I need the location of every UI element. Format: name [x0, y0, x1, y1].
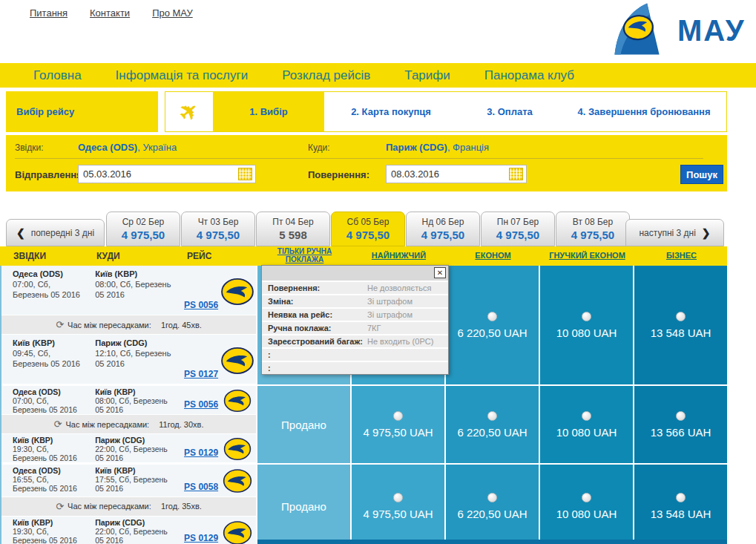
- date-tab-wed-02[interactable]: Ср 02 Бер4 975,50: [106, 212, 180, 246]
- date-tab-mon-07[interactable]: Пн 07 Бер4 975,50: [481, 212, 555, 246]
- airline-logo-icon: [218, 436, 256, 462]
- main-nav: Головна Інформація та послуги Розклад ре…: [0, 63, 756, 88]
- fare-cell-lowest[interactable]: 4 975,50 UAH: [352, 465, 446, 544]
- close-icon[interactable]: ✕: [434, 267, 446, 278]
- popup-row: Зміна:Зі штрафом: [262, 294, 448, 307]
- flight-number-link[interactable]: PS 0058: [184, 482, 218, 493]
- layover-row: ⟳ Час між пересадками: 1год. 45хв.: [1, 315, 256, 335]
- fare-cell-sold-out: Продано: [257, 465, 352, 544]
- fare-cell-economy[interactable]: 6 220,50 UAH: [446, 465, 540, 544]
- col-to-header: КУДИ: [96, 251, 120, 261]
- departure-label: Відправлення:: [15, 169, 85, 180]
- prev-3-days-button[interactable]: ❮ попередні 3 дні: [6, 219, 105, 246]
- search-button[interactable]: Пошук: [680, 165, 723, 184]
- origin-info: Одеса (ODS) 16:55, Сб, Березень 05 2016: [13, 466, 95, 497]
- fare-cell-economy[interactable]: 6 220,50 UAH: [446, 266, 540, 384]
- step-4-complete-booking[interactable]: 4. Завершення бронювання: [562, 92, 726, 131]
- col-from-header: ЗВІДКИ: [13, 251, 46, 261]
- to-value: Париж (CDG), Франція: [386, 142, 489, 153]
- fare-header: ЗВІДКИ КУДИ РЕЙС ТІЛЬКИ РУЧНА ПОКЛАЖА НА…: [0, 246, 727, 266]
- fare-header-economy[interactable]: ЕКОНОМ: [446, 251, 540, 260]
- flight-number-link[interactable]: PS 0127: [184, 369, 218, 380]
- chevron-left-icon: ❮: [16, 227, 25, 239]
- fare-cell-business[interactable]: 13 548 UAH: [634, 465, 729, 544]
- fare-cell-economy[interactable]: 6 220,50 UAH: [446, 386, 540, 463]
- fare-radio-button[interactable]: [676, 312, 686, 321]
- popup-row: :: [262, 347, 448, 361]
- destination-info: Київ (KBP) 17:55, Сб, Березень 05 2016: [95, 466, 177, 497]
- fare-radio-button[interactable]: [487, 493, 497, 502]
- fare-header-flex-economy[interactable]: ГНУЧКИЙ ЕКОНОМ: [540, 251, 634, 260]
- steps-box: ✈ 1. Вибір 2. Карта покупця 3. Оплата 4.…: [165, 91, 727, 132]
- date-tab-tue-08[interactable]: Вт 08 Бер4 975,50: [556, 212, 630, 246]
- origin-info: Одеса (ODS) 07:00, Сб, Березень 05 2016: [13, 269, 95, 315]
- origin-info: Київ (KBP) 09:45, Сб, Березень 05 2016: [13, 338, 95, 384]
- fare-cell-business[interactable]: 13 548 UAH: [634, 266, 729, 384]
- nav-schedule[interactable]: Розклад рейсів: [282, 68, 370, 83]
- itinerary: Одеса (ODS) 07:00, Сб, Березень 05 2016 …: [1, 266, 257, 384]
- fare-radio-button[interactable]: [393, 411, 403, 421]
- from-label: Звідки:: [15, 142, 44, 153]
- next-3-days-button[interactable]: наступні 3 дні ❯: [625, 219, 724, 246]
- airline-logo-icon: [218, 338, 256, 384]
- divider: [15, 158, 703, 159]
- step-3-payment[interactable]: 3. Оплата: [458, 92, 562, 131]
- date-tab-sat-05-active[interactable]: Сб 05 Бер4 975,50: [331, 212, 405, 246]
- departure-date-input[interactable]: [78, 165, 256, 183]
- fare-radio-button[interactable]: [582, 493, 591, 502]
- link-contacts[interactable]: Контакти: [90, 7, 130, 19]
- fare-radio-button[interactable]: [582, 312, 591, 321]
- fare-cell-business[interactable]: 13 566 UAH: [634, 386, 729, 463]
- return-date-input[interactable]: [386, 165, 527, 183]
- airline-logo-icon: [218, 387, 256, 414]
- nav-tariffs[interactable]: Тарифи: [404, 68, 450, 83]
- fare-cell-flex-economy[interactable]: 10 080 UAH: [540, 266, 634, 384]
- flight-number-link[interactable]: PS 0056: [184, 300, 218, 311]
- fare-radio-button[interactable]: [676, 493, 686, 502]
- popup-row: Зареєстрований багаж:Не входить (0PC): [262, 334, 448, 347]
- flight-option-row: Одеса (ODS) 07:00, Сб, Березень 05 2016 …: [1, 386, 729, 463]
- fare-header-lowest[interactable]: НАЙНИЖЧИЙ: [352, 251, 446, 260]
- itinerary: Одеса (ODS) 07:00, Сб, Березень 05 2016 …: [1, 386, 257, 463]
- destination-info: Париж (CDG) 22:00, Сб, Березень 05 2016: [95, 436, 177, 462]
- flight-number-link[interactable]: PS 0056: [184, 400, 218, 410]
- date-tab-sun-06[interactable]: Нд 06 Бер4 975,50: [406, 212, 480, 246]
- layover-row: ⟳ Час між пересадками: 11год. 30хв.: [1, 415, 256, 434]
- fare-radio-button[interactable]: [676, 411, 686, 421]
- date-tabs: ❮ попередні 3 дні Ср 02 Бер4 975,50 Чт 0…: [6, 212, 727, 246]
- layover-row: ⟳ Час між пересадками: 1год. 35хв.: [1, 497, 256, 517]
- step-2-buyer-card[interactable]: 2. Карта покупця: [324, 92, 458, 131]
- flight-segment-row: Київ (KBP) 09:45, Сб, Березень 05 2016 П…: [1, 335, 256, 384]
- fare-cell-lowest[interactable]: 4 975,50 UAH: [352, 386, 446, 463]
- search-panel: Звідки: Одеса (ODS), Україна Куди: Париж…: [6, 135, 727, 191]
- popup-row: :: [262, 361, 448, 374]
- nav-info-services[interactable]: Інформація та послуги: [116, 68, 249, 83]
- fare-radio-button[interactable]: [487, 411, 497, 421]
- date-tab-fri-04[interactable]: Пт 04 Бер5 598: [256, 212, 330, 246]
- fare-header-business[interactable]: БІЗНЕС: [634, 251, 729, 260]
- to-label: Куди:: [308, 142, 330, 153]
- fare-cell-flex-economy[interactable]: 10 080 UAH: [540, 465, 634, 544]
- fare-radio-button[interactable]: [393, 493, 403, 502]
- nav-panorama-club[interactable]: Панорама клуб: [484, 68, 574, 83]
- popup-row: Повернення:Не дозволяється: [262, 281, 448, 294]
- flight-number-link[interactable]: PS 0129: [184, 534, 218, 544]
- link-about[interactable]: Про МАУ: [152, 7, 193, 19]
- flight-segment-row: Київ (KBP) 19:30, Сб, Березень 05 2016 П…: [1, 434, 256, 463]
- fare-cell-flex-economy[interactable]: 10 080 UAH: [540, 386, 634, 463]
- flight-segment-row: Одеса (ODS) 07:00, Сб, Березень 05 2016 …: [1, 266, 256, 315]
- airline-logo[interactable]: МАУ: [611, 2, 735, 59]
- fare-radio-button[interactable]: [487, 312, 497, 321]
- date-tab-thu-03[interactable]: Чт 03 Бер4 975,50: [181, 212, 255, 246]
- destination-info: Київ (KBP) 08:00, Сб, Березень 05 2016: [95, 269, 177, 315]
- link-questions[interactable]: Питання: [30, 7, 68, 19]
- destination-info: Париж (CDG) 22:00, Сб, Березень 05 2016: [95, 518, 177, 544]
- fare-radio-button[interactable]: [582, 411, 591, 421]
- flight-number-link[interactable]: PS 0129: [184, 448, 218, 459]
- step-1-choice[interactable]: 1. Вибір: [213, 92, 324, 131]
- nav-home[interactable]: Головна: [33, 68, 82, 83]
- calendar-icon[interactable]: [238, 168, 252, 180]
- calendar-icon[interactable]: [509, 168, 523, 180]
- booking-steps: Вибір рейсу ✈ 1. Вибір 2. Карта покупця …: [6, 91, 727, 132]
- fare-header-hand-luggage-only[interactable]: ТІЛЬКИ РУЧНА ПОКЛАЖА: [257, 247, 352, 263]
